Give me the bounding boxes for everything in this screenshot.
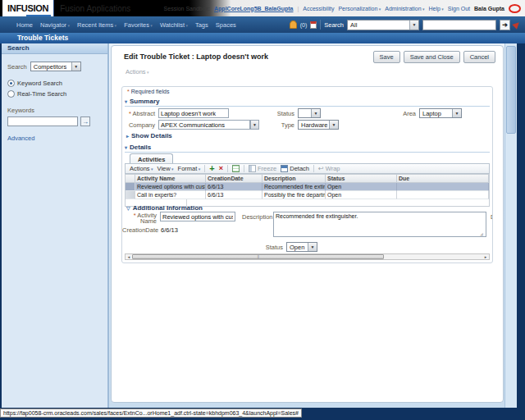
accessibility-link[interactable]: Accessibility (303, 6, 334, 11)
show-details-disclosure[interactable]: ▸ Show Details (126, 132, 172, 139)
abstract-input[interactable] (158, 108, 229, 118)
company-dropdown-button[interactable]: ▼ (250, 120, 259, 130)
personalization-menu[interactable]: Personalization (338, 6, 381, 11)
type-select[interactable]: Hardware (298, 120, 339, 130)
horizontal-scrollbar[interactable]: ◂ || ▸ (125, 253, 490, 260)
tab-activities[interactable]: Activities (130, 153, 173, 163)
company-input[interactable] (158, 120, 250, 130)
col-status[interactable]: Status (326, 175, 397, 183)
col-creation-date[interactable]: CreationDate (206, 175, 262, 183)
realtime-search-option[interactable]: Real-Time Search (7, 90, 102, 98)
calendar-icon[interactable] (310, 21, 317, 29)
nav-item-navigator[interactable]: Navigator (40, 21, 70, 29)
scrollbar-thumb[interactable] (506, 46, 516, 134)
table-row-cell[interactable]: Possibly the fire department cou (262, 191, 326, 199)
activity-name-input[interactable] (160, 212, 235, 221)
expand-icon[interactable]: ▸ (126, 133, 129, 139)
scrollbar-thumb[interactable]: || (132, 254, 384, 259)
search-category-select[interactable]: Competitors (30, 62, 81, 71)
nav-item-favorites[interactable]: Favorites (124, 21, 153, 29)
keywords-go-button[interactable]: → (80, 116, 90, 126)
creation-date-label: CreationDate (122, 226, 157, 234)
detach-button[interactable]: Detach (281, 165, 309, 172)
administration-menu[interactable]: Administration (385, 6, 424, 11)
nav-item-watchlist[interactable]: Watchlist (160, 21, 188, 29)
table-row-cell[interactable]: 6/6/13 (206, 191, 262, 199)
scroll-left-icon[interactable]: ◂ (126, 254, 132, 259)
description-textarea[interactable]: Recommended fire extinguisher. (273, 212, 486, 237)
details-section-header[interactable]: ▾ Details (125, 142, 490, 153)
nav-item-spaces[interactable]: Spaces (216, 21, 236, 29)
nav-item-recent-items[interactable]: Recent Items (77, 21, 116, 29)
table-row-cell[interactable]: Recommended fire extinguisher (262, 183, 326, 191)
save-button[interactable]: Save (373, 51, 400, 63)
table-format-menu[interactable]: Format (178, 165, 201, 172)
table-row-cell[interactable]: Call in experts? (135, 191, 206, 199)
add-row-icon[interactable]: + (209, 165, 214, 172)
table-row-cell[interactable]: Open (326, 183, 397, 191)
keywords-input[interactable] (7, 116, 78, 126)
table-row-cell[interactable] (397, 191, 489, 199)
sidebar-header: Search (2, 43, 107, 54)
area-label: Area (385, 110, 416, 117)
radio-icon[interactable] (7, 90, 15, 98)
collapse-icon[interactable]: ▾ (125, 144, 127, 150)
status-select[interactable] (298, 108, 321, 118)
saved-search-pin-icon[interactable] (512, 20, 521, 29)
chevron-down-icon[interactable] (311, 109, 320, 117)
divider (204, 165, 205, 172)
row-handle[interactable] (126, 183, 135, 191)
sign-out-link[interactable]: Sign Out (448, 6, 470, 11)
area-select[interactable]: Laptop (419, 108, 462, 118)
activity-status-select[interactable]: Open (286, 242, 317, 252)
search-go-button[interactable]: ➔ (500, 20, 510, 30)
chevron-down-icon[interactable] (308, 243, 317, 251)
keyword-search-option[interactable]: Keyword Search (7, 80, 102, 87)
search-scope-select[interactable]: All (347, 20, 419, 30)
freeze-button[interactable]: Freeze (249, 165, 276, 172)
scrollbar-track[interactable]: || (132, 254, 482, 259)
session-sandbox-link[interactable]: ApplCoreLong5B_BalaGupta (214, 6, 293, 11)
wrap-button[interactable]: ↩ Wrap (318, 165, 340, 172)
col-description[interactable]: Description (262, 175, 326, 183)
global-header-links: Session Sandbox: ApplCoreLong5B_BalaGupt… (164, 4, 525, 13)
chevron-down-icon[interactable] (71, 62, 80, 71)
additional-info-disclosure[interactable]: ▽ Additional Information (126, 204, 203, 212)
chevron-down-icon[interactable] (452, 109, 461, 117)
creation-date-value: 6/6/13 (161, 226, 178, 234)
nav-item-tags[interactable]: Tags (195, 21, 208, 29)
page-actions-menu[interactable]: Actions (126, 68, 158, 75)
vertical-scrollbar[interactable] (504, 43, 517, 408)
table-row-cell[interactable]: Open (326, 191, 397, 199)
table-view-menu[interactable]: View (158, 165, 174, 172)
col-due[interactable]: Due (397, 175, 489, 183)
type-label: Type (262, 121, 294, 129)
advanced-search-link[interactable]: Advanced (7, 135, 102, 142)
nav-search-area: (0) Search All ➔ (290, 20, 525, 30)
collapse-icon[interactable]: ▽ (126, 205, 130, 211)
table-row-cell[interactable] (397, 183, 489, 191)
table-row-cell[interactable]: Reviewed options with custome (135, 183, 206, 191)
cancel-button[interactable]: Cancel (463, 51, 495, 63)
table-actions-menu[interactable]: Actions (130, 165, 153, 172)
radio-selected-icon[interactable] (7, 80, 15, 87)
alerts-bell-icon[interactable] (290, 21, 297, 29)
resize-grip-icon[interactable]: ◢ (480, 231, 483, 236)
help-menu[interactable]: Help (428, 6, 443, 11)
ticket-form: * Required fields ▾ Summary * Abstract S… (121, 86, 493, 263)
chevron-down-icon[interactable] (409, 21, 418, 30)
delete-row-icon[interactable]: × (219, 165, 223, 172)
main-region: Edit Trouble Ticket : Laptop doesn't wor… (109, 43, 504, 408)
nav-item-home[interactable]: Home (16, 21, 33, 29)
export-to-excel-icon[interactable] (232, 165, 240, 172)
collapse-icon[interactable]: ▾ (125, 98, 127, 104)
activities-table: Activity Name CreationDate Description S… (125, 174, 490, 207)
chevron-down-icon[interactable] (329, 121, 338, 129)
col-activity-name[interactable]: Activity Name (135, 175, 206, 183)
summary-section-header[interactable]: ▾ Summary (125, 96, 490, 107)
scroll-right-icon[interactable]: ▸ (482, 254, 489, 259)
save-and-close-button[interactable]: Save and Close (404, 51, 460, 63)
global-search-input[interactable] (422, 20, 496, 30)
table-row-cell[interactable]: 6/6/13 (206, 183, 262, 191)
row-handle[interactable] (126, 191, 135, 199)
